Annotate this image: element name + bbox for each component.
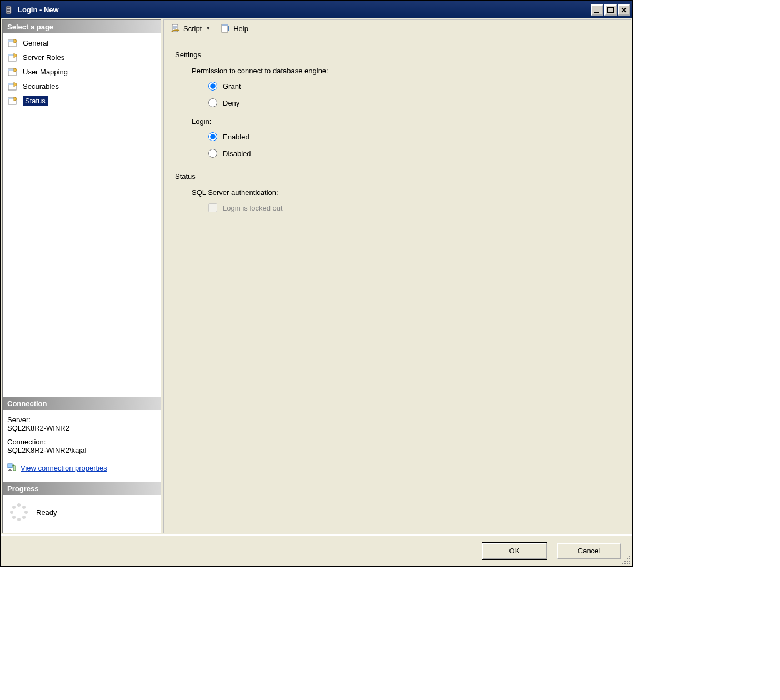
nav-user-mapping[interactable]: User Mapping xyxy=(5,64,158,79)
svg-point-25 xyxy=(12,516,16,519)
settings-heading: Settings xyxy=(175,51,623,59)
nav-label: Status xyxy=(23,96,48,106)
close-button[interactable] xyxy=(618,4,630,16)
page-icon xyxy=(7,52,19,62)
permission-deny-option[interactable]: Deny xyxy=(208,98,623,107)
app-icon xyxy=(4,5,14,15)
server-value: SQL2K8R2-WINR2 xyxy=(7,424,156,432)
nav-label: Server Roles xyxy=(23,53,64,62)
page-icon xyxy=(7,38,19,48)
script-button[interactable]: Script ▼ xyxy=(167,22,214,34)
login-disabled-option[interactable]: Disabled xyxy=(208,149,623,158)
minimize-button[interactable] xyxy=(591,4,603,16)
nav-label: Securables xyxy=(23,82,59,91)
status-page: Settings Permission to connect to databa… xyxy=(163,37,631,533)
nav-label: User Mapping xyxy=(23,68,68,76)
svg-point-21 xyxy=(22,506,26,509)
svg-point-26 xyxy=(10,511,13,514)
login-disabled-radio[interactable] xyxy=(208,149,217,158)
login-heading: Login: xyxy=(192,117,623,126)
select-page-header: Select a page xyxy=(3,20,161,33)
progress-header: Progress xyxy=(3,482,161,495)
ok-button[interactable]: OK xyxy=(482,543,547,559)
view-connection-link[interactable]: View connection properties xyxy=(21,464,107,472)
help-label: Help xyxy=(233,24,248,33)
svg-rect-31 xyxy=(228,26,229,31)
sql-auth-heading: SQL Server authentication: xyxy=(192,188,623,197)
help-button[interactable]: Help xyxy=(217,22,252,34)
svg-rect-4 xyxy=(594,12,599,13)
spinner-icon xyxy=(9,503,28,522)
permission-grant-option[interactable]: Grant xyxy=(208,82,623,91)
svg-rect-5 xyxy=(608,7,613,13)
svg-rect-18 xyxy=(8,470,12,471)
status-heading: Status xyxy=(175,172,623,181)
window-controls xyxy=(590,4,630,16)
permission-grant-radio[interactable] xyxy=(208,82,217,91)
permission-heading: Permission to connect to database engine… xyxy=(192,67,623,75)
progress-text: Ready xyxy=(36,508,57,517)
nav-securables[interactable]: Securables xyxy=(5,79,158,93)
svg-rect-3 xyxy=(7,12,10,13)
svg-rect-1 xyxy=(7,7,10,8)
title-bar: Login - New xyxy=(1,1,632,18)
svg-point-22 xyxy=(24,511,28,514)
help-icon xyxy=(221,23,231,33)
svg-point-23 xyxy=(22,516,26,519)
login-dialog: Login - New Select a page xyxy=(0,0,633,567)
page-icon xyxy=(7,67,19,77)
maximize-button[interactable] xyxy=(604,4,617,16)
svg-rect-16 xyxy=(8,464,12,468)
svg-rect-17 xyxy=(9,469,11,470)
content-toolbar: Script ▼ Help xyxy=(163,19,631,37)
connection-value: SQL2K8R2-WINR2\kajal xyxy=(7,446,156,454)
client-area: Select a page General Server Roles xyxy=(1,18,632,566)
progress-panel: Ready xyxy=(3,495,161,533)
window-title: Login - New xyxy=(18,6,590,14)
connection-panel: Server: SQL2K8R2-WINR2 Connection: SQL2K… xyxy=(3,410,161,482)
permission-grant-label: Grant xyxy=(223,82,241,91)
nav-status[interactable]: Status xyxy=(5,93,158,108)
login-enabled-label: Enabled xyxy=(223,133,249,141)
page-icon xyxy=(7,96,19,106)
locked-out-label: Login is locked out xyxy=(223,204,283,212)
connection-icon xyxy=(7,462,17,474)
svg-rect-2 xyxy=(7,9,10,11)
nav-general[interactable]: General xyxy=(5,36,158,50)
page-icon xyxy=(7,81,19,91)
svg-rect-30 xyxy=(222,24,228,26)
login-enabled-option[interactable]: Enabled xyxy=(208,132,623,141)
connection-header: Connection xyxy=(3,397,161,410)
svg-point-20 xyxy=(17,503,21,507)
script-icon xyxy=(171,23,181,33)
dialog-button-bar: OK Cancel xyxy=(1,535,632,566)
svg-point-24 xyxy=(17,518,21,521)
login-enabled-radio[interactable] xyxy=(208,132,217,141)
cancel-button[interactable]: Cancel xyxy=(557,543,621,559)
page-nav: General Server Roles User Mapping xyxy=(3,33,161,397)
left-column: Select a page General Server Roles xyxy=(2,19,161,533)
connection-label: Connection: xyxy=(7,438,156,446)
permission-deny-label: Deny xyxy=(223,99,239,107)
view-connection-properties[interactable]: View connection properties xyxy=(7,462,156,474)
locked-out-checkbox xyxy=(208,203,217,212)
upper-panels: Select a page General Server Roles xyxy=(1,18,632,535)
chevron-down-icon: ▼ xyxy=(206,26,211,31)
server-label: Server: xyxy=(7,416,156,424)
nav-label: General xyxy=(23,39,48,47)
nav-server-roles[interactable]: Server Roles xyxy=(5,50,158,64)
right-column: Script ▼ Help xyxy=(163,19,631,533)
script-label: Script xyxy=(183,24,202,33)
svg-point-27 xyxy=(12,506,16,509)
locked-out-option: Login is locked out xyxy=(208,203,623,212)
login-disabled-label: Disabled xyxy=(223,149,251,158)
svg-rect-19 xyxy=(13,466,16,471)
permission-deny-radio[interactable] xyxy=(208,98,217,107)
